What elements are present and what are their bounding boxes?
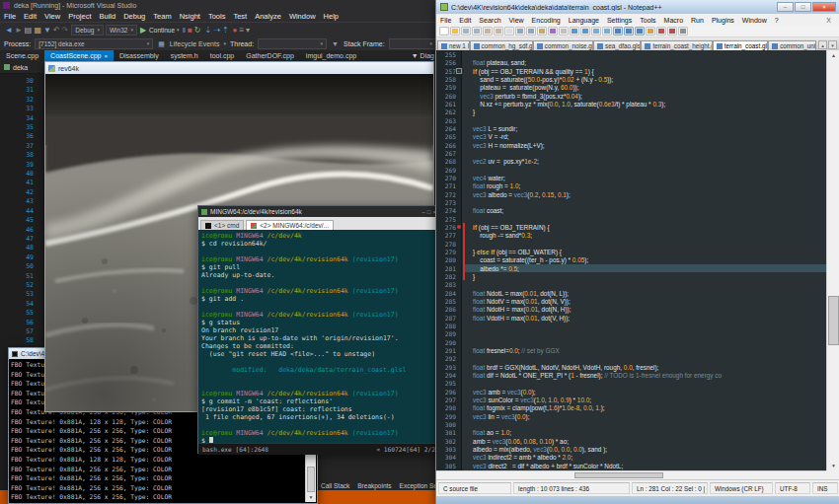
- step-over-icon[interactable]: ⇢: [212, 24, 221, 36]
- new-file-icon[interactable]: ▤: [24, 24, 34, 36]
- terminal-tab[interactable]: <1> cmd: [200, 220, 244, 230]
- npp-menu-item-tools[interactable]: Tools: [636, 17, 659, 24]
- scroll-thumb[interactable]: [307, 467, 315, 492]
- vs-titlebar[interactable]: deka [Running] - Microsoft Visual Studio: [0, 0, 440, 11]
- vs-panel-tab-breakpoints[interactable]: Breakpoints: [357, 482, 391, 489]
- scroll-up-icon[interactable]: ▲: [827, 50, 839, 60]
- options-icon[interactable]: ▾: [245, 24, 251, 36]
- cut-icon[interactable]: [515, 27, 525, 36]
- thread-dropdown[interactable]: ▾: [258, 38, 327, 49]
- minimize-button[interactable]: –: [777, 2, 794, 12]
- find-icon[interactable]: ≡: [238, 24, 245, 36]
- tab-scroll-down-icon[interactable]: ▾: [828, 40, 837, 49]
- vs-menu-item-test[interactable]: Test: [229, 12, 251, 21]
- step-into-icon[interactable]: ⇣: [203, 24, 212, 36]
- maximize-button[interactable]: □: [427, 209, 431, 215]
- vs-menu-item-build[interactable]: Build: [96, 12, 120, 21]
- npp-menu-item-plugins[interactable]: Plugins: [708, 17, 738, 24]
- redo-icon[interactable]: [559, 27, 569, 36]
- close-icon[interactable]: [483, 27, 493, 36]
- show-symbols-icon[interactable]: [624, 27, 634, 36]
- terminal-tab[interactable]: <2> MINGW64:/c/dev/...: [246, 220, 334, 230]
- npp-code-editor[interactable]: 255 256 float plateau, sand;257 if (obj …: [436, 50, 826, 470]
- process-dropdown[interactable]: [7152] deka.exe▾: [35, 38, 153, 49]
- vs-panel-tab-exception-settings[interactable]: Exception Settings: [400, 482, 440, 489]
- npp-menu-item-settings[interactable]: Settings: [603, 17, 636, 24]
- close-document-icon[interactable]: X: [822, 17, 835, 24]
- zoom-in-icon[interactable]: [591, 27, 601, 36]
- vs-menu-item-team[interactable]: Team: [149, 12, 175, 21]
- find-icon[interactable]: [570, 27, 579, 36]
- open-file-icon[interactable]: ▦: [33, 24, 42, 36]
- tab-scroll-up-icon[interactable]: ▴: [818, 40, 827, 49]
- navigate-forward-icon[interactable]: ►: [14, 24, 24, 36]
- save-icon[interactable]: ▼: [42, 24, 52, 36]
- npp-menu-item-edit[interactable]: Edit: [455, 17, 475, 24]
- lifecycle-events-button[interactable]: Lifecycle Events: [170, 40, 220, 47]
- replace-icon[interactable]: [580, 27, 590, 36]
- function-list-icon[interactable]: [646, 27, 655, 36]
- vs-tab-imgui_demo-cpp[interactable]: imgui_demo.cpp: [300, 50, 362, 61]
- vs-menu-item-view[interactable]: View: [40, 12, 64, 21]
- npp-tab-common-noise-glsl[interactable]: common_noise.glsl×: [533, 40, 593, 50]
- maximize-button[interactable]: □: [795, 2, 811, 12]
- npp-tab-sea-dfao-glsl[interactable]: sea_dfao.glsl×: [593, 40, 641, 50]
- record-macro-icon[interactable]: [667, 27, 677, 36]
- vs-menu-item-debug[interactable]: Debug: [119, 12, 149, 21]
- vs-tab-coastscene-cpp[interactable]: CoastScene.cpp×: [44, 50, 114, 61]
- npp-tab-common-unif[interactable]: common_unif×: [768, 40, 816, 50]
- word-wrap-icon[interactable]: [613, 27, 623, 36]
- vs-panel-tab-call-stack[interactable]: Call Stack: [321, 482, 349, 489]
- navigate-back-icon[interactable]: ◄: [4, 24, 14, 36]
- npp-tab-new-1[interactable]: new 1×: [437, 40, 470, 50]
- render-titlebar[interactable]: rev64k: [45, 62, 433, 74]
- scroll-down-icon[interactable]: ▼: [306, 493, 316, 502]
- continue-icon[interactable]: ▶: [139, 24, 147, 36]
- npp-menu-item-file[interactable]: File: [436, 17, 455, 24]
- continue-button[interactable]: Continue: [149, 27, 175, 34]
- zoom-out-icon[interactable]: [602, 27, 612, 36]
- undo-icon[interactable]: [548, 27, 558, 36]
- scroll-thumb[interactable]: [828, 296, 839, 345]
- vs-menu-item-edit[interactable]: Edit: [20, 12, 40, 21]
- npp-horizontal-scrollbar[interactable]: [436, 470, 826, 479]
- undo-icon[interactable]: ↶: [52, 24, 61, 36]
- npp-menu-item-run[interactable]: Run: [687, 17, 708, 24]
- npp-menu-item-encoding[interactable]: Encoding: [528, 17, 565, 24]
- hot-reload-icon[interactable]: ●: [232, 24, 239, 36]
- minimize-button[interactable]: –: [422, 209, 425, 215]
- vs-tab-system-h[interactable]: system.h: [165, 50, 204, 61]
- filter-icon[interactable]: ▼: [331, 37, 340, 50]
- vs-menu-item-analyze[interactable]: Analyze: [251, 12, 285, 21]
- stop-icon[interactable]: ■: [187, 24, 193, 36]
- npp-menu-item-macro[interactable]: Macro: [660, 17, 687, 24]
- open-file-icon[interactable]: [450, 27, 460, 36]
- vs-menu-item-help[interactable]: Help: [320, 12, 343, 21]
- npp-menu-item-window[interactable]: Window: [738, 17, 771, 24]
- npp-tab-common-hg-sdf-glsl[interactable]: common_hg_sdf.glsl×: [470, 40, 533, 50]
- close-button[interactable]: ×: [812, 2, 836, 12]
- doc-map-icon[interactable]: [635, 27, 645, 36]
- npp-tab-terrain-coast-glsl[interactable]: terrain_coast.glsl×: [713, 40, 768, 50]
- copy-icon[interactable]: [526, 27, 536, 36]
- new-file-icon[interactable]: [439, 27, 449, 36]
- terminal-titlebar[interactable]: MINGW64:/c/dev/4k/revision64k – □ ×: [198, 206, 439, 217]
- vs-menu-item-file[interactable]: File: [0, 12, 20, 21]
- fold-collapse-icon[interactable]: −: [456, 68, 462, 74]
- close-all-icon[interactable]: [494, 27, 503, 36]
- vs-tab-gatherdof-cpp[interactable]: GatherDOF.cpp: [240, 50, 300, 61]
- vs-config-dropdown[interactable]: Debug▾: [71, 25, 104, 36]
- breadcrumb-project[interactable]: deka: [13, 64, 28, 71]
- close-tab-icon[interactable]: ×: [104, 53, 108, 59]
- npp-menu-item-search[interactable]: Search: [475, 17, 504, 24]
- npp-titlebar[interactable]: C:\dev\4K\revision64k\deka\deka\data\ter…: [436, 0, 839, 14]
- play-macro-icon[interactable]: [678, 27, 688, 36]
- save-all-icon[interactable]: [472, 27, 482, 36]
- npp-menu-item-language[interactable]: Language: [565, 17, 603, 24]
- npp-menu-item-view[interactable]: View: [505, 17, 528, 24]
- save-icon[interactable]: [461, 27, 471, 36]
- step-out-icon[interactable]: ⇡: [221, 24, 230, 36]
- redo-icon[interactable]: ↷: [61, 24, 70, 36]
- print-icon[interactable]: [504, 27, 514, 36]
- vs-tab-tool-cpp[interactable]: tool.cpp: [204, 50, 241, 61]
